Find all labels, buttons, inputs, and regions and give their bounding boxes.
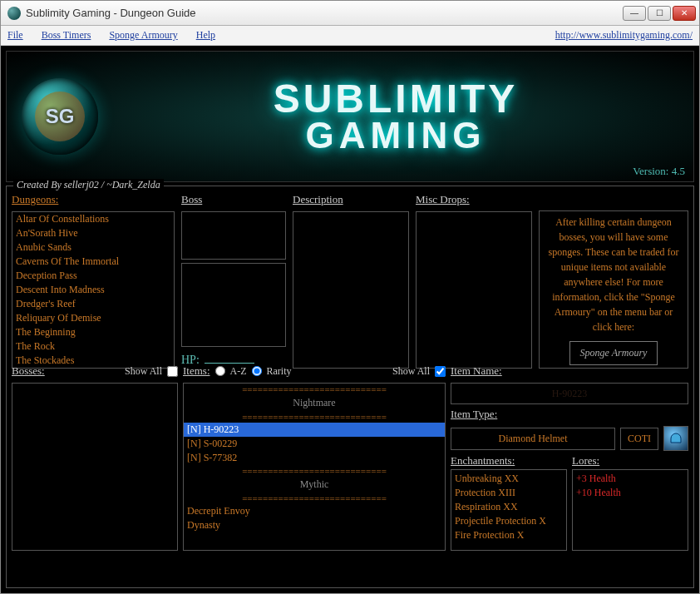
item-name-value: H-90223 (451, 383, 688, 404)
coti-button[interactable]: COTI (620, 428, 658, 450)
misc-drops-label: Misc Drops: (416, 193, 532, 206)
banner-logo: SG (22, 78, 98, 155)
bosses-listbox[interactable] (12, 383, 178, 551)
item-entry[interactable]: [N] S-00229 (184, 437, 445, 451)
banner-logo-text: SG (35, 92, 85, 141)
banner-line1: SUBLIMITY (98, 80, 693, 118)
dungeon-item[interactable]: Anubic Sands (12, 240, 174, 255)
dungeons-section: Dungeons: Altar Of ConstellationsAn'Sora… (12, 193, 175, 369)
info-text: After killing certain dungeon bosses, yo… (540, 211, 688, 338)
description-box (293, 211, 409, 369)
dungeon-item[interactable]: The Rock (12, 339, 174, 354)
items-showall-label: Show All (392, 365, 430, 378)
boss-name-box (181, 211, 286, 260)
rarity-header: Mythic (184, 477, 445, 493)
item-entry[interactable]: [N] H-90223 (184, 423, 445, 437)
misc-drops-section: Misc Drops: (416, 193, 532, 369)
dungeon-item[interactable]: Caverns Of The Immortal (12, 255, 174, 269)
helmet-icon (668, 431, 683, 446)
bosses-label: Bosses: (12, 364, 45, 378)
lores-listbox: +3 Health+10 Health (572, 469, 688, 551)
window-title: Sublimity Gaming - Dungeon Guide (26, 7, 623, 19)
item-type-label: Item Type: (451, 408, 688, 421)
lores-label: Lores: (572, 454, 688, 468)
sort-rarity-label: Rarity (267, 365, 292, 378)
dungeon-item[interactable]: Descent Into Madness (12, 283, 174, 297)
sort-az-radio[interactable] (215, 366, 225, 376)
rarity-divider: ============================ (184, 411, 445, 423)
item-details-section: Item Name: H-90223 Item Type: Diamond He… (451, 364, 688, 551)
site-link[interactable]: http://www.sublimitygaming.com/ (555, 29, 693, 42)
enchantment-item: Protection XIII (455, 486, 563, 500)
menu-sponge-armoury[interactable]: Sponge Armoury (109, 29, 177, 42)
sort-rarity-radio[interactable] (252, 366, 262, 376)
dungeons-listbox[interactable]: Altar Of ConstellationsAn'Sorath HiveAnu… (12, 211, 175, 369)
minimize-button[interactable]: — (623, 6, 646, 21)
lore-item: +10 Health (576, 486, 684, 500)
item-type-value: Diamond Helmet (451, 428, 615, 450)
boss-label: Boss (181, 193, 286, 206)
dungeon-item[interactable]: Dredger's Reef (12, 297, 174, 311)
items-label: Items: (183, 364, 210, 378)
item-entry[interactable]: Dynasty (184, 518, 445, 532)
hp-value (205, 352, 254, 364)
banner: SG SUBLIMITY GAMING Version: 4.5 (6, 51, 694, 182)
enchantments-listbox: Unbreaking XXProtection XIIIRespiration … (451, 469, 567, 551)
dungeon-item[interactable]: Reliquary Of Demise (12, 311, 174, 325)
enchantments-label: Enchantments: (451, 454, 567, 468)
dungeon-item[interactable]: An'Sorath Hive (12, 226, 174, 240)
bosses-showall-checkbox[interactable] (167, 366, 178, 377)
rarity-header: Nightmare (184, 395, 445, 411)
lore-item: +3 Health (576, 472, 684, 486)
item-name-label: Item Name: (451, 364, 688, 378)
items-showall-checkbox[interactable] (435, 366, 446, 377)
rarity-divider: ============================ (184, 493, 445, 504)
banner-line2: GAMING (98, 118, 693, 153)
version-label: Version: 4.5 (633, 165, 685, 178)
dungeons-label: Dungeons: (12, 193, 175, 206)
bosses-section: Bosses: Show All (12, 364, 178, 551)
app-body: SG SUBLIMITY GAMING Version: 4.5 Created… (1, 46, 699, 593)
boss-image-box (181, 263, 286, 347)
rarity-divider: ============================ (184, 465, 445, 477)
misc-drops-box (416, 211, 532, 369)
item-entry[interactable]: [N] S-77382 (184, 451, 445, 465)
dungeon-item[interactable]: Altar Of Constellations (12, 212, 174, 226)
app-window: Sublimity Gaming - Dungeon Guide — ☐ ✕ F… (0, 0, 700, 594)
enchantment-item: Unbreaking XX (455, 472, 563, 486)
dungeon-item[interactable]: Deception Pass (12, 269, 174, 283)
description-label: Description (293, 193, 409, 206)
enchantment-item: Respiration XX (455, 500, 563, 514)
items-section: Items: A-Z Rarity Show All =============… (183, 364, 446, 551)
sponge-armoury-button[interactable]: Sponge Armoury (569, 341, 658, 365)
menu-boss-timers[interactable]: Boss Timers (42, 29, 91, 42)
description-section: Description (293, 193, 409, 369)
items-listbox[interactable]: ============================Nightmare===… (183, 383, 446, 551)
info-box: After killing certain dungeon bosses, yo… (539, 210, 688, 369)
maximize-button[interactable]: ☐ (648, 6, 671, 21)
app-icon (7, 7, 21, 20)
enchantment-item: Projectile Protection X (455, 514, 563, 528)
item-entry[interactable]: Decrepit Envoy (184, 504, 445, 518)
item-icon (663, 426, 688, 451)
close-button[interactable]: ✕ (673, 6, 696, 21)
menu-help[interactable]: Help (196, 29, 215, 42)
banner-title: SUBLIMITY GAMING (98, 80, 693, 152)
rarity-divider: ============================ (184, 384, 445, 395)
info-panel: After killing certain dungeon bosses, yo… (539, 193, 688, 369)
menu-file[interactable]: File (7, 29, 23, 42)
titlebar: Sublimity Gaming - Dungeon Guide — ☐ ✕ (1, 1, 699, 26)
credits-legend: Created By sellerj02 / ~Dark_Zelda (13, 179, 164, 191)
dungeon-item[interactable]: The Beginning (12, 325, 174, 339)
main-groupbox: Created By sellerj02 / ~Dark_Zelda Dunge… (6, 186, 694, 588)
bosses-showall-label: Show All (125, 365, 162, 378)
boss-section: Boss HP: (181, 193, 286, 369)
sort-az-label: A-Z (230, 365, 247, 378)
menubar: File Boss Timers Sponge Armoury Help htt… (1, 26, 699, 46)
enchantment-item: Fire Protection X (455, 528, 563, 542)
window-controls: — ☐ ✕ (623, 6, 696, 21)
